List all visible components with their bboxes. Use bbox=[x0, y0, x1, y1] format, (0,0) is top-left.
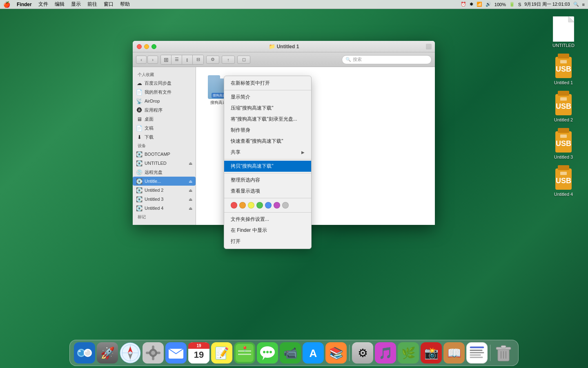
volume-icon[interactable]: 🔊 bbox=[486, 2, 491, 7]
desktop-icon-untitled4[interactable]: USB Untitled 4 bbox=[547, 163, 580, 198]
menu-finder[interactable]: Finder bbox=[13, 1, 35, 8]
ctx-burn[interactable]: 将"搜狗高速下载"刻录至光盘... bbox=[224, 114, 311, 125]
section-title-tags: 标记 bbox=[133, 213, 196, 221]
menu-view[interactable]: 显示 bbox=[68, 0, 84, 9]
sidebar-item-desktop[interactable]: 🖥 桌面 bbox=[133, 114, 196, 123]
desktop-icon-untitled1[interactable]: USB Untitled 1 bbox=[547, 52, 580, 87]
color-blue[interactable] bbox=[265, 202, 272, 209]
dock-sysprefs[interactable] bbox=[143, 342, 164, 364]
sidebar-item-untitle-selected[interactable]: 💽 Untitle... ⏏ bbox=[133, 177, 196, 186]
desktop-icon-untitled2[interactable]: USB Untitled 2 bbox=[547, 89, 580, 124]
dock-settings[interactable]: ⚙ bbox=[352, 342, 373, 364]
dock-facetime[interactable]: 📹 bbox=[280, 342, 301, 364]
ctx-folder-actions[interactable]: 文件夹操作设置... bbox=[224, 214, 311, 225]
sidebar-item-baidu[interactable]: ☁ 百度云同步盘 bbox=[133, 79, 196, 88]
dock-calendar[interactable]: 19 19 bbox=[188, 342, 209, 364]
dock-launchpad[interactable]: 🚀 bbox=[97, 342, 118, 364]
eject-untitled3-icon[interactable]: ⏏ bbox=[189, 197, 192, 202]
ctx-alias[interactable]: 制作替身 bbox=[224, 125, 311, 136]
minimize-button[interactable] bbox=[144, 44, 149, 49]
svg-text:USB: USB bbox=[556, 65, 571, 73]
color-gray[interactable] bbox=[282, 202, 289, 209]
list-view-button[interactable]: ☰ bbox=[172, 55, 182, 64]
sidebar-item-remote-disc[interactable]: 💿 远程光盘 bbox=[133, 168, 196, 177]
notification-icon[interactable]: ≡ bbox=[582, 2, 585, 7]
dock-appstore[interactable]: A bbox=[303, 342, 324, 364]
sidebar-item-untitled3[interactable]: 💽 Untitled 3 ⏏ bbox=[133, 195, 196, 204]
menu-help[interactable]: 帮助 bbox=[117, 0, 133, 9]
arrange-button[interactable]: ⚙ bbox=[206, 56, 219, 64]
sidebar-item-untitled-drive[interactable]: 💽 UNTITLED ⏏ bbox=[133, 159, 196, 168]
desktop-icon-untitled-file[interactable]: UNTITLED bbox=[547, 14, 580, 49]
sidebar-item-all-files[interactable]: 📄 我的所有文件 bbox=[133, 88, 196, 96]
eject-untitled-icon[interactable]: ⏏ bbox=[189, 161, 192, 166]
dock-photobooth[interactable]: 📸 bbox=[421, 342, 442, 364]
dock-notes[interactable]: 🌿 bbox=[398, 342, 419, 364]
wifi-icon[interactable]: 📶 bbox=[477, 2, 482, 7]
dock-ibooks[interactable]: 📚 bbox=[325, 342, 347, 364]
ctx-share[interactable]: 共享 ▶ bbox=[224, 147, 311, 158]
menu-go[interactable]: 前往 bbox=[84, 0, 100, 9]
icon-view-button[interactable]: ⊞ bbox=[161, 55, 172, 64]
eject-untitled2-icon[interactable]: ⏏ bbox=[189, 188, 192, 193]
ctx-open[interactable]: 打开 bbox=[224, 236, 311, 247]
action-button[interactable]: ◻ bbox=[237, 56, 250, 64]
menu-edit[interactable]: 编辑 bbox=[51, 0, 68, 9]
search-field[interactable]: 🔍 搜索 bbox=[342, 55, 432, 64]
eject-untitle-icon[interactable]: ⏏ bbox=[189, 179, 192, 184]
apple-menu[interactable]: 🍎 bbox=[3, 1, 10, 8]
ctx-copy[interactable]: 拷贝"搜狗高速下载" bbox=[224, 161, 311, 172]
collapse-icon[interactable] bbox=[426, 44, 432, 49]
back-button[interactable]: ‹ bbox=[136, 56, 147, 64]
maximize-button[interactable] bbox=[151, 44, 156, 49]
spotlight-icon[interactable]: 🔍 bbox=[573, 2, 579, 7]
forward-button[interactable]: › bbox=[147, 56, 158, 64]
sidebar-item-apps[interactable]: 🅐 应用程序 bbox=[133, 105, 196, 114]
color-red[interactable] bbox=[231, 202, 237, 209]
ctx-quicklook[interactable]: 快速查看"搜狗高速下载" bbox=[224, 136, 311, 147]
skype-icon[interactable]: S bbox=[518, 2, 521, 7]
dock-app6[interactable]: 📖 bbox=[443, 342, 465, 364]
dock-textedit[interactable] bbox=[466, 342, 488, 364]
eject-untitled4-icon[interactable]: ⏏ bbox=[189, 206, 192, 211]
color-yellow[interactable] bbox=[248, 202, 254, 209]
close-button[interactable] bbox=[137, 44, 142, 49]
svg-rect-67 bbox=[501, 346, 506, 348]
search-icon: 🔍 bbox=[345, 57, 351, 62]
sidebar-item-downloads[interactable]: ⬇ 下载 bbox=[133, 132, 196, 141]
ctx-compress[interactable]: 压缩"搜狗高速下载" bbox=[224, 103, 311, 114]
documents-icon: 📄 bbox=[136, 125, 143, 131]
sidebar-item-documents[interactable]: 📄 文稿 bbox=[133, 123, 196, 132]
dock-itunes[interactable]: 🎵 bbox=[375, 342, 396, 364]
dock-finder[interactable] bbox=[74, 342, 95, 364]
sidebar-item-bootcamp[interactable]: 💽 BOOTCAMP bbox=[133, 150, 196, 159]
ctx-show-in-finder[interactable]: 在 Finder 中显示 bbox=[224, 225, 311, 236]
ctx-show-info[interactable]: 显示简介 bbox=[224, 92, 311, 103]
color-purple[interactable] bbox=[274, 202, 280, 209]
untitled1-icon: USB bbox=[550, 53, 577, 79]
dock-safari[interactable] bbox=[120, 342, 141, 364]
bluetooth-icon[interactable]: ✱ bbox=[470, 2, 473, 7]
sidebar-item-airdrop[interactable]: 📡 AirDrop bbox=[133, 96, 196, 105]
ctx-organize[interactable]: 整理所选内容 bbox=[224, 175, 311, 186]
svg-rect-17 bbox=[560, 172, 567, 175]
dock-trash[interactable] bbox=[493, 342, 514, 364]
ctx-view-options[interactable]: 查看显示选项 bbox=[224, 186, 311, 197]
sidebar-item-untitled2[interactable]: 💽 Untitled 2 ⏏ bbox=[133, 186, 196, 195]
desktop-icon-untitled3[interactable]: USB Untitled 3 bbox=[547, 126, 580, 161]
ctx-open-new-tab[interactable]: 在新标签页中打开 bbox=[224, 78, 311, 89]
svg-rect-16 bbox=[558, 165, 569, 170]
column-view-button[interactable]: ⫿ bbox=[182, 55, 193, 64]
sidebar-item-untitled4[interactable]: 💽 Untitled 4 ⏏ bbox=[133, 204, 196, 213]
flow-view-button[interactable]: ⊟ bbox=[193, 55, 203, 64]
dock-mail[interactable] bbox=[165, 342, 187, 364]
share-button[interactable]: ↑ bbox=[222, 56, 235, 64]
dock-messages[interactable] bbox=[257, 342, 278, 364]
dock-stickies[interactable]: 📝 bbox=[211, 342, 232, 364]
menu-window[interactable]: 窗口 bbox=[100, 0, 117, 9]
color-orange[interactable] bbox=[239, 202, 246, 209]
dock-maps[interactable]: 📍 bbox=[234, 342, 255, 364]
color-green[interactable] bbox=[256, 202, 263, 209]
sidebar-label-bootcamp: BOOTCAMP bbox=[145, 152, 170, 157]
menu-file[interactable]: 文件 bbox=[35, 0, 51, 9]
